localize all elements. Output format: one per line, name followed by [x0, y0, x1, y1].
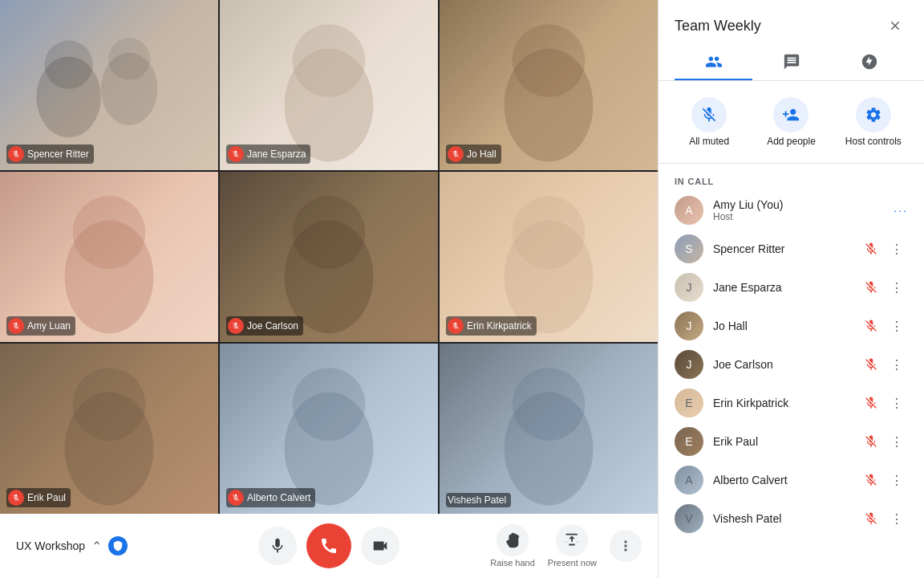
- svg-point-15: [73, 368, 146, 442]
- name-badge-alberto: Alberto Calvert: [226, 488, 315, 507]
- avatar-alberto: A: [675, 466, 703, 495]
- video-cell-erin: Erin Kirkpatrick: [440, 172, 658, 342]
- video-cell-vishesh: Vishesh Patel: [440, 344, 658, 514]
- mute-indicator-erin: [448, 318, 464, 334]
- toolbar-center: [177, 523, 480, 568]
- participant-name-amy: Amy Liu (You): [713, 198, 884, 211]
- more-options-vishesh[interactable]: ⋮: [886, 507, 908, 530]
- name-label-vishesh: Vishesh Patel: [448, 495, 506, 506]
- participant-name-jane: Jane Esparza: [713, 281, 850, 294]
- name-badge-jo: Jo Hall: [446, 144, 501, 164]
- participants-list: A Amy Liu (You) Host ··· S Spencer Ritte…: [659, 191, 924, 578]
- mute-indicator-joe: [228, 318, 244, 334]
- svg-point-7: [513, 25, 586, 98]
- name-badge-joe: Joe Carlson: [226, 316, 303, 336]
- participant-info-spencer: Spencer Ritter: [713, 242, 850, 255]
- participant-name-erin: Erin Kirkpatrick: [713, 397, 850, 409]
- svg-point-17: [293, 368, 366, 442]
- mute-indicator-jane: [228, 146, 244, 162]
- participant-info-vishesh: Vishesh Patel: [713, 512, 850, 525]
- avatar-erik: E: [675, 427, 703, 456]
- tab-chat[interactable]: [752, 45, 830, 80]
- participant-info-erik: Erik Paul: [713, 435, 850, 448]
- more-options-erin[interactable]: ⋮: [886, 392, 908, 414]
- name-badge-erin: Erin Kirkpatrick: [446, 316, 537, 336]
- name-badge-vishesh: Vishesh Patel: [446, 493, 511, 507]
- tab-activities[interactable]: [830, 45, 908, 80]
- participant-controls-vishesh: ⋮: [860, 507, 908, 530]
- mic-button[interactable]: [258, 527, 297, 565]
- mute-icon-jane: [860, 276, 882, 299]
- participant-controls-amy: ···: [894, 204, 908, 217]
- avatar-jane: J: [675, 273, 703, 302]
- video-cell-joe: Joe Carlson: [220, 172, 438, 342]
- participant-info-joe-carlson: Joe Carlson: [713, 358, 850, 371]
- name-badge-jane: Jane Esparza: [226, 144, 310, 164]
- options-dots-amy[interactable]: ···: [894, 204, 908, 217]
- add-people-label: Add people: [767, 136, 816, 147]
- name-label-jane: Jane Esparza: [247, 149, 306, 160]
- chevron-down-icon[interactable]: ⌃: [91, 539, 102, 554]
- video-cell-amy: Amy Luan: [0, 172, 218, 342]
- more-options-spencer[interactable]: ⋮: [886, 238, 908, 260]
- add-people-button[interactable]: Add people: [753, 91, 829, 153]
- mute-icon-spencer: [860, 238, 882, 260]
- participant-controls-jo: ⋮: [860, 315, 908, 337]
- participant-name-alberto: Alberto Calvert: [713, 474, 850, 486]
- participant-row-spencer: S Spencer Ritter ⋮: [665, 230, 918, 268]
- name-label-joe: Joe Carlson: [247, 320, 298, 332]
- right-panel: Team Weekly: [658, 0, 924, 578]
- participant-name-erik: Erik Paul: [713, 435, 850, 448]
- mute-icon-erin: [860, 392, 882, 414]
- avatar-spencer: S: [675, 234, 703, 263]
- svg-point-1: [44, 41, 92, 89]
- participant-info-jane: Jane Esparza: [713, 281, 850, 294]
- present-now-button[interactable]: Present now: [548, 524, 597, 568]
- all-muted-icon: [691, 97, 727, 132]
- in-call-label: IN CALL: [675, 177, 714, 186]
- more-options-jo[interactable]: ⋮: [886, 315, 908, 337]
- video-cell-erik: Erik Paul: [0, 344, 218, 514]
- mute-icon-alberto: [860, 469, 882, 491]
- participant-row-alberto: A Alberto Calvert ⋮: [665, 461, 918, 499]
- svg-point-3: [108, 39, 150, 80]
- participant-row-erik: E Erik Paul ⋮: [665, 422, 918, 461]
- raise-hand-button[interactable]: Raise hand: [490, 524, 535, 568]
- security-badge[interactable]: [108, 536, 128, 556]
- more-options-erik[interactable]: ⋮: [886, 430, 908, 453]
- add-people-icon: [773, 97, 808, 132]
- more-options-button[interactable]: [610, 530, 642, 562]
- close-panel-button[interactable]: [882, 13, 908, 39]
- participant-controls-joe-carlson: ⋮: [860, 353, 908, 376]
- tab-people[interactable]: [675, 45, 752, 80]
- in-call-section: IN CALL: [659, 164, 924, 191]
- camera-button[interactable]: [361, 527, 399, 565]
- participant-row-jo: J Jo Hall ⋮: [665, 307, 918, 345]
- host-controls-label: Host controls: [845, 136, 902, 147]
- toolbar: UX Workshop ⌃: [0, 514, 658, 578]
- all-muted-label: All muted: [689, 136, 729, 147]
- mute-indicator-jo: [448, 146, 464, 162]
- participant-role-amy: Host: [713, 211, 884, 222]
- video-cell-spencer: Spencer Ritter: [0, 0, 218, 170]
- more-options-alberto[interactable]: ⋮: [886, 469, 908, 491]
- participant-controls-alberto: ⋮: [860, 469, 908, 491]
- name-label-erin: Erin Kirkpatrick: [467, 320, 532, 332]
- participant-name-vishesh: Vishesh Patel: [713, 512, 850, 525]
- mute-icon-vishesh: [860, 507, 882, 530]
- name-label-erik: Erik Paul: [27, 492, 66, 503]
- mute-icon-erik: [860, 430, 882, 453]
- host-controls-icon: [856, 97, 891, 132]
- avatar-vishesh: V: [675, 504, 703, 533]
- video-area: Spencer Ritter Jane Esparza: [0, 0, 658, 578]
- participant-row-vishesh: V Vishesh Patel ⋮: [665, 499, 918, 538]
- end-call-button[interactable]: [306, 523, 351, 568]
- present-now-icon: [556, 524, 588, 556]
- host-controls-button[interactable]: Host controls: [836, 91, 911, 153]
- more-options-jane[interactable]: ⋮: [886, 276, 908, 299]
- more-options-joe-carlson[interactable]: ⋮: [886, 353, 908, 376]
- all-muted-button[interactable]: All muted: [671, 91, 747, 153]
- raise-hand-label: Raise hand: [490, 558, 535, 568]
- avatar-erin: E: [675, 389, 703, 417]
- panel-tabs: [659, 39, 924, 81]
